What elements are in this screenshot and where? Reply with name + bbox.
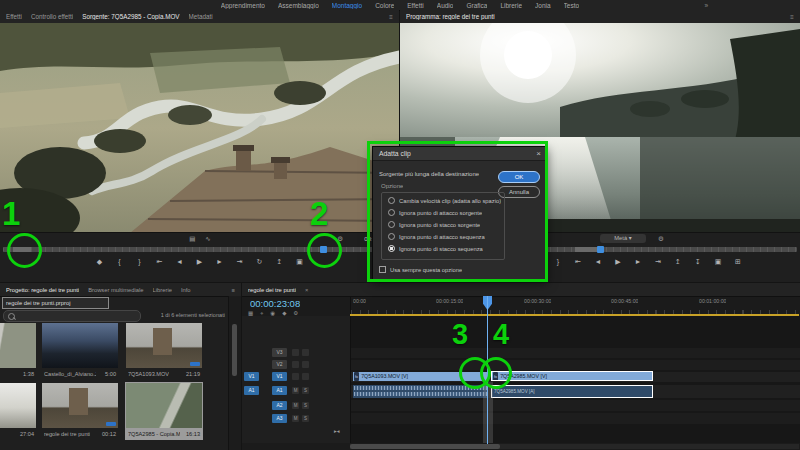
track-button-a3[interactable]: A3	[272, 414, 287, 423]
playback-resolution-dropdown[interactable]: Metà ▾	[600, 234, 646, 243]
export-frame-icon[interactable]: ▣	[712, 258, 724, 266]
timeline-scrollbar-track[interactable]	[350, 444, 799, 449]
drag-audio-only-icon[interactable]: ∿	[205, 235, 210, 243]
project-item[interactable]: 7Q5A1093.MOV21:19	[126, 323, 202, 379]
clip-thumbnail[interactable]	[126, 323, 202, 368]
tab-programma[interactable]: Programma: regole dei tre punti	[406, 13, 495, 20]
extract-icon[interactable]: ↧	[692, 258, 704, 266]
track-toggle[interactable]	[302, 361, 309, 368]
panel-menu-icon[interactable]: ≡	[790, 13, 794, 20]
workspace-tab-montaggio[interactable]: Montaggio	[332, 2, 362, 9]
play-icon[interactable]: ▶	[612, 258, 624, 266]
program-settings-icon[interactable]: ⚙	[658, 235, 664, 243]
solo-toggle[interactable]: S	[302, 415, 309, 422]
loop-icon[interactable]: ↻	[254, 258, 266, 266]
panel-menu-icon[interactable]: ≡	[232, 287, 235, 293]
go-to-in-icon[interactable]: ⇤	[154, 258, 166, 266]
step-forward-icon[interactable]: ►	[632, 258, 644, 266]
workspace-tab-audio[interactable]: Audio	[437, 2, 454, 9]
track-lane-a2[interactable]	[351, 400, 800, 411]
export-frame-icon[interactable]: ▣	[294, 258, 306, 266]
track-button-a2[interactable]: A2	[272, 401, 287, 410]
clip-thumbnail[interactable]	[126, 383, 202, 428]
source-patch-audio[interactable]: A1	[244, 386, 259, 395]
go-to-out-icon[interactable]: ⇥	[234, 258, 246, 266]
play-icon[interactable]: ▶	[194, 258, 206, 266]
project-item[interactable]: 27:04	[0, 383, 36, 439]
workspace-tab-assemblaggio[interactable]: Assemblaggio	[278, 2, 319, 9]
close-icon[interactable]: ×	[305, 287, 308, 293]
step-back-icon[interactable]: ◄	[174, 258, 186, 266]
mark-out-icon[interactable]: }	[552, 258, 564, 266]
tab-metadati[interactable]: Metadati	[189, 13, 213, 20]
insert-icon[interactable]: ↥	[274, 258, 286, 266]
mute-toggle[interactable]: M	[292, 387, 299, 394]
button-editor-icon[interactable]: ⊞	[732, 258, 744, 266]
project-scrollbar-track[interactable]	[228, 296, 241, 450]
timeline-scrollbar-thumb[interactable]	[350, 444, 500, 449]
tab-info[interactable]: Info	[181, 287, 191, 293]
clip-thumbnail[interactable]	[0, 383, 36, 428]
search-input[interactable]	[3, 310, 141, 322]
drag-video-only-icon[interactable]: ▤	[189, 235, 195, 243]
project-item[interactable]: Castello_di_Alviano.JPG5:00	[42, 323, 118, 379]
project-item[interactable]: regole dei tre punti00:12	[42, 383, 118, 439]
source-patch-video[interactable]: V1	[244, 372, 259, 381]
timeline-clip-v1-b-selected[interactable]: fx7Q5A2985.MOV [V]	[491, 371, 653, 381]
project-name-field[interactable]: regole dei tre punti.prproj	[2, 297, 109, 309]
mark-in-icon[interactable]: {	[114, 258, 126, 266]
tab-effetti[interactable]: Effetti	[6, 13, 22, 20]
mute-toggle[interactable]: M	[292, 402, 299, 409]
track-toggle[interactable]	[302, 373, 309, 380]
solo-toggle[interactable]: S	[302, 402, 309, 409]
workspace-tab-librerie[interactable]: Librerie	[500, 2, 522, 9]
project-item[interactable]: 1:38	[0, 323, 36, 379]
panel-menu-icon[interactable]: ≡	[389, 13, 393, 20]
workspace-tab-grafica[interactable]: Grafica	[466, 2, 487, 9]
track-toggle[interactable]	[292, 361, 299, 368]
sequence-timecode[interactable]: 00:00:23:08	[250, 298, 300, 309]
workspace-tab-colore[interactable]: Colore	[375, 2, 394, 9]
tab-sequence[interactable]: regole dei tre punti	[248, 287, 296, 293]
program-playhead[interactable]	[597, 246, 604, 253]
track-button-a1[interactable]: A1	[272, 386, 287, 395]
snap-edges-icon[interactable]: ▸◂	[334, 428, 340, 434]
track-lane-a3[interactable]	[351, 413, 800, 424]
workspace-tab-apprendimento[interactable]: Apprendimento	[221, 2, 265, 9]
tab-progetto[interactable]: Progetto: regole dei tre punti	[6, 287, 79, 293]
workspace-tab-jonia[interactable]: Jonia	[535, 2, 551, 9]
tab-sorgente[interactable]: Sorgente: 7Q5A2985 - Copia.MOV	[82, 13, 179, 20]
workspace-overflow-icon[interactable]: »	[704, 2, 708, 9]
track-lane-v3[interactable]	[351, 348, 800, 358]
project-scrollbar-thumb[interactable]	[232, 324, 237, 376]
mute-toggle[interactable]: M	[292, 415, 299, 422]
tab-browser-multimediale[interactable]: Browser multimediale	[88, 287, 143, 293]
add-marker-icon[interactable]: ◆	[94, 258, 106, 266]
tab-librerie[interactable]: Librerie	[153, 287, 172, 293]
track-lane-v2[interactable]	[351, 360, 800, 370]
sequence-thumbnail[interactable]	[42, 383, 118, 428]
track-header-area: V3 V2 V1 V1 A1 A1 M S A2 M S	[242, 316, 350, 443]
track-button-v2[interactable]: V2	[272, 360, 287, 369]
go-to-in-icon[interactable]: ⇤	[572, 258, 584, 266]
track-toggle[interactable]	[292, 349, 299, 356]
lift-icon[interactable]: ↥	[672, 258, 684, 266]
workspace-tab-effetti[interactable]: Effetti	[407, 2, 424, 9]
timeline-ruler[interactable]: 00:00 00:00:15:00 00:00:30:00 00:00:45:0…	[350, 296, 800, 314]
mark-out-icon[interactable]: }	[134, 258, 146, 266]
step-forward-icon[interactable]: ►	[214, 258, 226, 266]
clip-thumbnail[interactable]	[42, 323, 118, 368]
go-to-out-icon[interactable]: ⇥	[652, 258, 664, 266]
tab-controllo-effetti[interactable]: Controllo effetti	[31, 13, 73, 20]
clip-thumbnail[interactable]	[0, 323, 36, 368]
workspace-tab-testo[interactable]: Testo	[564, 2, 580, 9]
timeline-clip-a1-b-selected[interactable]: 7Q5A2985.MOV [A]	[491, 385, 653, 398]
step-back-icon[interactable]: ◄	[592, 258, 604, 266]
track-toggle[interactable]	[302, 349, 309, 356]
track-button-v1[interactable]: V1	[272, 372, 287, 381]
track-button-v3[interactable]: V3	[272, 348, 287, 357]
solo-toggle[interactable]: S	[302, 387, 309, 394]
track-lanes[interactable]: fx7Q5A1093.MOV [V] fx7Q5A2985.MOV [V] 7Q…	[350, 316, 800, 443]
track-toggle[interactable]	[292, 373, 299, 380]
project-item-selected[interactable]: 7Q5A2985 - Copia.MOV16:13	[125, 382, 203, 440]
